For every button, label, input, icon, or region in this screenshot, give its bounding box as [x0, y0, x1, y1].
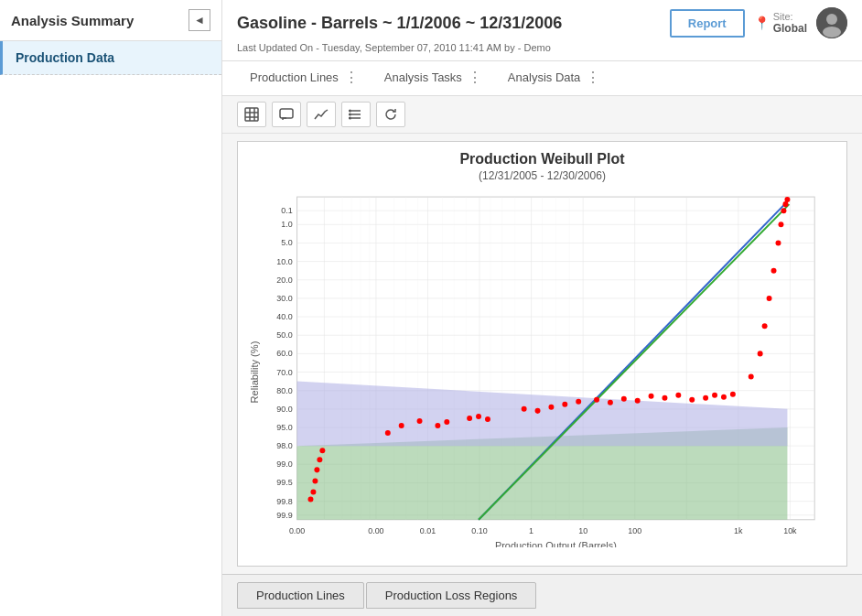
svg-point-68	[314, 467, 319, 472]
svg-text:0.01: 0.01	[420, 526, 436, 535]
sidebar-title: Analysis Summary	[11, 13, 134, 28]
svg-point-1	[826, 14, 837, 25]
sidebar-header: Analysis Summary ◄	[0, 0, 221, 41]
nav-tabs: Production Lines ⋮ Analysis Tasks ⋮ Anal…	[222, 61, 862, 96]
svg-point-77	[476, 414, 481, 419]
svg-point-65	[307, 497, 313, 503]
analysis-data-menu-icon[interactable]: ⋮	[586, 69, 600, 86]
tab-analysis-data[interactable]: Analysis Data ⋮	[495, 61, 613, 95]
svg-point-81	[548, 405, 554, 410]
page-title: Gasoline - Barrels ~ 1/1/2006 ~ 12/31/20…	[237, 14, 562, 33]
svg-point-85	[608, 400, 613, 405]
weibull-svg: Reliability (%)	[247, 188, 837, 547]
svg-point-71	[385, 430, 391, 436]
bottom-tab-production-lines[interactable]: Production Lines	[237, 582, 364, 609]
svg-point-105	[784, 197, 790, 202]
svg-text:10: 10	[578, 526, 587, 535]
svg-point-75	[444, 419, 449, 425]
svg-point-101	[776, 240, 781, 245]
analysis-tasks-menu-icon[interactable]: ⋮	[468, 69, 482, 86]
svg-point-80	[535, 408, 541, 414]
svg-point-14	[350, 117, 351, 119]
svg-point-96	[749, 374, 754, 380]
chart-toolbar	[222, 96, 862, 134]
production-lines-menu-icon[interactable]: ⋮	[344, 69, 359, 86]
svg-text:99.9: 99.9	[276, 511, 292, 520]
svg-point-82	[562, 402, 567, 407]
svg-point-87	[635, 398, 641, 404]
chart-title: Production Weibull Plot	[247, 151, 837, 168]
svg-text:60.0: 60.0	[276, 349, 292, 358]
svg-point-73	[417, 418, 423, 424]
tab-analysis-tasks[interactable]: Analysis Tasks ⋮	[372, 61, 495, 95]
svg-point-66	[310, 490, 316, 495]
svg-text:90.0: 90.0	[276, 405, 292, 414]
report-button[interactable]: Report	[670, 9, 745, 38]
svg-point-98	[762, 323, 768, 329]
svg-point-92	[703, 395, 708, 401]
svg-text:10.0: 10.0	[276, 257, 292, 266]
svg-text:100: 100	[628, 526, 641, 535]
main-header: Gasoline - Barrels ~ 1/1/2006 ~ 12/31/20…	[222, 0, 862, 61]
svg-point-78	[485, 416, 490, 422]
trend-button[interactable]	[307, 102, 336, 127]
location-icon: 📍	[754, 16, 770, 30]
site-name: Global	[773, 22, 807, 35]
svg-text:99.5: 99.5	[276, 478, 292, 487]
svg-point-91	[689, 397, 695, 403]
sidebar-item-production-data[interactable]: Production Data	[0, 41, 221, 75]
comment-button[interactable]	[272, 102, 301, 127]
svg-point-67	[312, 478, 318, 483]
svg-point-83	[576, 399, 581, 405]
svg-rect-3	[245, 108, 258, 121]
svg-point-72	[399, 423, 404, 428]
bottom-tabs: Production Lines Production Loss Regions	[222, 574, 862, 616]
svg-rect-8	[280, 109, 293, 118]
svg-text:98.0: 98.0	[276, 441, 292, 450]
svg-text:0.10: 0.10	[471, 526, 487, 535]
svg-text:1k: 1k	[734, 526, 743, 535]
refresh-button[interactable]	[376, 102, 405, 127]
svg-point-97	[758, 351, 763, 356]
svg-point-95	[730, 392, 736, 397]
svg-text:20.0: 20.0	[276, 276, 292, 285]
svg-text:99.0: 99.0	[276, 459, 292, 469]
svg-point-2	[823, 27, 841, 38]
bottom-tab-production-loss-regions[interactable]: Production Loss Regions	[366, 582, 537, 609]
user-avatar[interactable]	[816, 7, 847, 38]
collapse-icon: ◄	[194, 14, 205, 27]
svg-text:0.1: 0.1	[281, 206, 292, 215]
svg-point-84	[594, 397, 599, 403]
svg-text:50.0: 50.0	[276, 330, 292, 340]
svg-point-94	[721, 394, 727, 400]
sidebar: Analysis Summary ◄ Production Data	[0, 0, 222, 616]
site-label: Site:	[773, 11, 807, 22]
svg-text:1.0: 1.0	[281, 220, 292, 229]
svg-point-79	[522, 406, 527, 412]
svg-text:10k: 10k	[783, 526, 797, 535]
map-button[interactable]	[237, 102, 266, 127]
svg-text:40.0: 40.0	[276, 312, 292, 321]
svg-point-86	[621, 396, 627, 402]
list-button[interactable]	[341, 102, 371, 127]
last-updated-text: Last Updated On - Tuesday, September 07,…	[237, 42, 847, 53]
svg-point-12	[350, 110, 351, 112]
svg-text:0.00: 0.00	[289, 526, 305, 535]
chart-box: Production Weibull Plot (12/31/2005 - 12…	[237, 141, 847, 567]
svg-point-100	[771, 268, 777, 274]
chart-inner: Reliability (%)	[247, 188, 837, 547]
svg-point-99	[767, 296, 772, 301]
header-actions: Report 📍 Site: Global	[670, 7, 847, 38]
sidebar-collapse-button[interactable]: ◄	[189, 9, 210, 31]
svg-text:70.0: 70.0	[276, 368, 292, 377]
svg-text:30.0: 30.0	[276, 294, 292, 303]
svg-point-90	[675, 393, 681, 398]
svg-text:5.0: 5.0	[281, 238, 292, 247]
svg-point-93	[712, 393, 717, 398]
svg-text:80.0: 80.0	[276, 386, 292, 395]
svg-text:1: 1	[529, 526, 533, 535]
svg-text:99.8: 99.8	[276, 497, 292, 506]
svg-text:Reliability (%): Reliability (%)	[249, 341, 260, 404]
svg-text:95.0: 95.0	[276, 423, 292, 432]
tab-production-lines[interactable]: Production Lines ⋮	[237, 61, 372, 95]
